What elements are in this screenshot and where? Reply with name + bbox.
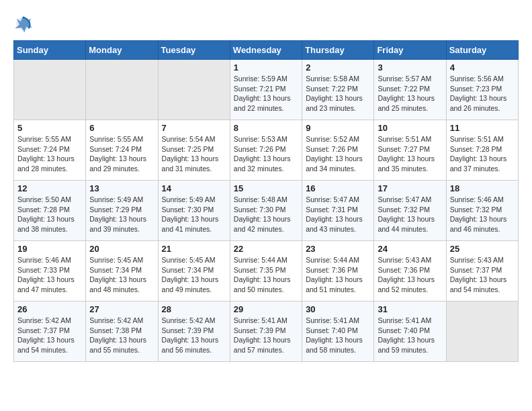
calendar-cell: 3Sunrise: 5:57 AM Sunset: 7:22 PM Daylig… <box>374 60 446 120</box>
day-number: 29 <box>234 304 298 314</box>
calendar-cell: 10Sunrise: 5:51 AM Sunset: 7:27 PM Dayli… <box>374 120 446 181</box>
weekday-header-tuesday: Tuesday <box>158 41 230 60</box>
calendar-week-4: 19Sunrise: 5:46 AM Sunset: 7:33 PM Dayli… <box>14 241 519 302</box>
day-number: 8 <box>234 123 298 133</box>
day-number: 26 <box>17 304 82 314</box>
day-info: Sunrise: 5:46 AM Sunset: 7:33 PM Dayligh… <box>17 255 82 295</box>
day-info: Sunrise: 5:43 AM Sunset: 7:36 PM Dayligh… <box>378 255 442 295</box>
day-info: Sunrise: 5:42 AM Sunset: 7:39 PM Dayligh… <box>162 316 226 355</box>
day-number: 12 <box>17 183 82 193</box>
calendar-cell: 26Sunrise: 5:42 AM Sunset: 7:37 PM Dayli… <box>14 302 86 362</box>
day-info: Sunrise: 5:41 AM Sunset: 7:40 PM Dayligh… <box>378 316 442 355</box>
day-info: Sunrise: 5:45 AM Sunset: 7:34 PM Dayligh… <box>162 255 226 295</box>
calendar-cell: 7Sunrise: 5:54 AM Sunset: 7:25 PM Daylig… <box>158 120 230 181</box>
day-info: Sunrise: 5:53 AM Sunset: 7:26 PM Dayligh… <box>234 134 298 174</box>
calendar-cell: 18Sunrise: 5:46 AM Sunset: 7:32 PM Dayli… <box>446 181 518 241</box>
day-info: Sunrise: 5:54 AM Sunset: 7:25 PM Dayligh… <box>162 134 226 174</box>
calendar-cell: 27Sunrise: 5:42 AM Sunset: 7:38 PM Dayli… <box>86 302 158 362</box>
day-info: Sunrise: 5:42 AM Sunset: 7:38 PM Dayligh… <box>89 316 154 355</box>
day-number: 6 <box>89 123 154 133</box>
day-number: 4 <box>450 62 515 73</box>
calendar-cell: 14Sunrise: 5:49 AM Sunset: 7:30 PM Dayli… <box>158 181 230 241</box>
day-info: Sunrise: 5:59 AM Sunset: 7:21 PM Dayligh… <box>234 74 298 113</box>
calendar-body: 1Sunrise: 5:59 AM Sunset: 7:21 PM Daylig… <box>14 60 519 362</box>
logo <box>13 13 35 34</box>
calendar-cell: 23Sunrise: 5:44 AM Sunset: 7:36 PM Dayli… <box>302 241 374 302</box>
weekday-header-wednesday: Wednesday <box>230 41 302 60</box>
day-info: Sunrise: 5:55 AM Sunset: 7:24 PM Dayligh… <box>17 134 82 174</box>
calendar-cell: 8Sunrise: 5:53 AM Sunset: 7:26 PM Daylig… <box>230 120 302 181</box>
logo-icon <box>13 13 34 34</box>
day-info: Sunrise: 5:41 AM Sunset: 7:39 PM Dayligh… <box>234 316 298 355</box>
day-number: 2 <box>306 62 370 73</box>
calendar-cell: 24Sunrise: 5:43 AM Sunset: 7:36 PM Dayli… <box>374 241 446 302</box>
calendar-cell: 19Sunrise: 5:46 AM Sunset: 7:33 PM Dayli… <box>14 241 86 302</box>
day-info: Sunrise: 5:49 AM Sunset: 7:29 PM Dayligh… <box>89 195 154 234</box>
day-info: Sunrise: 5:44 AM Sunset: 7:36 PM Dayligh… <box>306 255 370 295</box>
weekday-header-row: SundayMondayTuesdayWednesdayThursdayFrid… <box>14 41 519 60</box>
day-info: Sunrise: 5:44 AM Sunset: 7:35 PM Dayligh… <box>234 255 298 295</box>
weekday-header-sunday: Sunday <box>14 41 86 60</box>
day-number: 17 <box>378 183 442 193</box>
page-header <box>13 13 519 34</box>
calendar-cell: 29Sunrise: 5:41 AM Sunset: 7:39 PM Dayli… <box>230 302 302 362</box>
day-number: 22 <box>234 244 298 254</box>
day-number: 31 <box>378 304 442 314</box>
day-number: 5 <box>17 123 82 133</box>
calendar-week-1: 1Sunrise: 5:59 AM Sunset: 7:21 PM Daylig… <box>14 60 519 120</box>
day-number: 16 <box>306 183 370 193</box>
day-info: Sunrise: 5:51 AM Sunset: 7:27 PM Dayligh… <box>378 134 442 174</box>
day-number: 30 <box>306 304 370 314</box>
calendar-cell: 6Sunrise: 5:55 AM Sunset: 7:24 PM Daylig… <box>86 120 158 181</box>
day-number: 27 <box>89 304 154 314</box>
calendar-cell: 1Sunrise: 5:59 AM Sunset: 7:21 PM Daylig… <box>230 60 302 120</box>
day-number: 28 <box>162 304 226 314</box>
weekday-header-thursday: Thursday <box>302 41 374 60</box>
calendar-cell: 22Sunrise: 5:44 AM Sunset: 7:35 PM Dayli… <box>230 241 302 302</box>
weekday-header-friday: Friday <box>374 41 446 60</box>
calendar-cell: 25Sunrise: 5:43 AM Sunset: 7:37 PM Dayli… <box>446 241 518 302</box>
calendar-cell <box>158 60 230 120</box>
day-info: Sunrise: 5:58 AM Sunset: 7:22 PM Dayligh… <box>306 74 370 113</box>
day-number: 3 <box>378 62 442 73</box>
calendar-cell: 17Sunrise: 5:47 AM Sunset: 7:32 PM Dayli… <box>374 181 446 241</box>
calendar-table: SundayMondayTuesdayWednesdayThursdayFrid… <box>13 40 519 362</box>
day-number: 25 <box>450 244 515 254</box>
day-number: 10 <box>378 123 442 133</box>
day-info: Sunrise: 5:51 AM Sunset: 7:28 PM Dayligh… <box>450 134 515 174</box>
calendar-week-3: 12Sunrise: 5:50 AM Sunset: 7:28 PM Dayli… <box>14 181 519 241</box>
day-number: 9 <box>306 123 370 133</box>
day-number: 18 <box>450 183 515 193</box>
day-info: Sunrise: 5:50 AM Sunset: 7:28 PM Dayligh… <box>17 195 82 234</box>
weekday-header-monday: Monday <box>86 41 158 60</box>
calendar-cell: 5Sunrise: 5:55 AM Sunset: 7:24 PM Daylig… <box>14 120 86 181</box>
day-number: 20 <box>89 244 154 254</box>
calendar-cell: 13Sunrise: 5:49 AM Sunset: 7:29 PM Dayli… <box>86 181 158 241</box>
calendar-cell: 4Sunrise: 5:56 AM Sunset: 7:23 PM Daylig… <box>446 60 518 120</box>
calendar-cell <box>14 60 86 120</box>
day-info: Sunrise: 5:47 AM Sunset: 7:31 PM Dayligh… <box>306 195 370 234</box>
day-number: 11 <box>450 123 515 133</box>
day-number: 24 <box>378 244 442 254</box>
calendar-cell: 20Sunrise: 5:45 AM Sunset: 7:34 PM Dayli… <box>86 241 158 302</box>
calendar-cell: 28Sunrise: 5:42 AM Sunset: 7:39 PM Dayli… <box>158 302 230 362</box>
day-info: Sunrise: 5:48 AM Sunset: 7:30 PM Dayligh… <box>234 195 298 234</box>
day-info: Sunrise: 5:55 AM Sunset: 7:24 PM Dayligh… <box>89 134 154 174</box>
day-info: Sunrise: 5:56 AM Sunset: 7:23 PM Dayligh… <box>450 74 515 113</box>
day-number: 1 <box>234 62 298 73</box>
day-info: Sunrise: 5:41 AM Sunset: 7:40 PM Dayligh… <box>306 316 370 355</box>
calendar-header: SundayMondayTuesdayWednesdayThursdayFrid… <box>14 41 519 60</box>
day-info: Sunrise: 5:46 AM Sunset: 7:32 PM Dayligh… <box>450 195 515 234</box>
calendar-cell: 11Sunrise: 5:51 AM Sunset: 7:28 PM Dayli… <box>446 120 518 181</box>
day-info: Sunrise: 5:57 AM Sunset: 7:22 PM Dayligh… <box>378 74 442 113</box>
day-number: 13 <box>89 183 154 193</box>
calendar-cell: 30Sunrise: 5:41 AM Sunset: 7:40 PM Dayli… <box>302 302 374 362</box>
day-number: 23 <box>306 244 370 254</box>
day-number: 15 <box>234 183 298 193</box>
day-number: 14 <box>162 183 226 193</box>
day-number: 19 <box>17 244 82 254</box>
day-number: 7 <box>162 123 226 133</box>
calendar-cell: 2Sunrise: 5:58 AM Sunset: 7:22 PM Daylig… <box>302 60 374 120</box>
calendar-cell: 31Sunrise: 5:41 AM Sunset: 7:40 PM Dayli… <box>374 302 446 362</box>
calendar-cell: 21Sunrise: 5:45 AM Sunset: 7:34 PM Dayli… <box>158 241 230 302</box>
